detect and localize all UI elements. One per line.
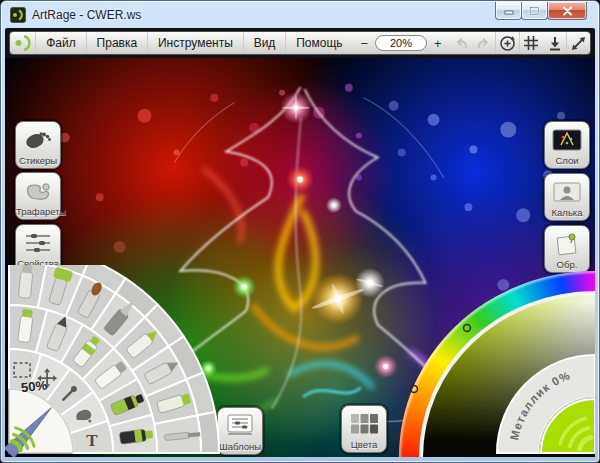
stickers-icon: [16, 126, 60, 154]
minimize-icon: [504, 6, 514, 15]
colors-label: Цвета: [342, 439, 386, 450]
stickers-label: Стикеры: [16, 155, 60, 166]
layers-button[interactable]: Слои: [544, 121, 590, 169]
settings-sliders-icon: [16, 229, 60, 257]
fullscreen-expand-icon: [571, 36, 586, 51]
layers-icon: [545, 126, 589, 154]
export-download-icon: [548, 36, 562, 51]
menu-item-tools[interactable]: Инструменты: [148, 32, 243, 54]
grid-button[interactable]: [520, 32, 543, 54]
tracing-photo-icon: [545, 178, 589, 206]
stencils-label: Трафареты: [16, 206, 60, 217]
zoom-out-button[interactable]: −: [353, 36, 375, 51]
luminance-marker[interactable]: [464, 325, 471, 332]
reference-button[interactable]: Обр.: [544, 225, 590, 273]
tracing-label: Калька: [545, 207, 589, 218]
svg-text:T: T: [86, 431, 98, 450]
text-icon: T: [86, 431, 98, 450]
fullscreen-button[interactable]: [567, 32, 590, 54]
tool-wheel-graphic: T: [5, 265, 220, 457]
canvas-area: Стикеры Трафареты Свойства: [5, 58, 595, 457]
redo-icon: [476, 36, 492, 50]
maximize-button[interactable]: [521, 2, 548, 20]
maximize-icon: [529, 6, 540, 16]
reset-rotation-button[interactable]: [496, 32, 519, 54]
hue-marker[interactable]: [411, 386, 418, 393]
stickers-button[interactable]: Стикеры: [15, 121, 61, 169]
menu-item-edit[interactable]: Правка: [87, 32, 148, 54]
tracing-button[interactable]: Калька: [544, 173, 590, 221]
artrage-window: ArtRage - CWER.ws: [0, 0, 600, 463]
artrage-logo-icon: [10, 32, 35, 54]
window-title: ArtRage - CWER.ws: [32, 8, 141, 22]
menu-item-help[interactable]: Помощь: [286, 32, 352, 54]
menu-bar: Файл Правка Инструменты Вид Помощь − 20%…: [9, 31, 591, 55]
app-icon: [10, 7, 26, 23]
grid-icon: [523, 35, 539, 51]
zoom-in-button[interactable]: +: [427, 36, 449, 51]
menu-item-view[interactable]: Вид: [244, 32, 286, 54]
layers-label: Слои: [545, 155, 589, 166]
tool-size-value[interactable]: 50%: [20, 378, 47, 396]
menu-row: Файл Правка Инструменты Вид Помощь − 20%…: [5, 28, 595, 58]
presets-button[interactable]: Шаблоны: [217, 407, 263, 455]
title-bar[interactable]: ArtRage - CWER.ws: [5, 2, 595, 28]
close-button[interactable]: [547, 2, 587, 20]
menu-item-file[interactable]: Файл: [36, 32, 86, 54]
reference-note-icon: [545, 230, 589, 258]
stencils-button[interactable]: Трафареты: [15, 172, 61, 220]
presets-icon: [218, 412, 262, 440]
reference-label: Обр.: [545, 259, 589, 270]
color-swatches-icon: [342, 410, 386, 438]
color-picker-overlay: Металлик 0%: [399, 271, 595, 457]
presets-label: Шаблоны: [218, 441, 262, 452]
export-button[interactable]: [543, 32, 566, 54]
reset-rotation-icon: [499, 35, 516, 52]
zoom-controls: − 20% +: [353, 32, 448, 54]
color-picker[interactable]: Металлик 0%: [399, 271, 595, 457]
colors-button[interactable]: Цвета: [341, 405, 387, 453]
undo-icon: [453, 36, 469, 50]
tool-picker-wheel[interactable]: T 50%: [5, 265, 220, 457]
redo-button[interactable]: [472, 32, 495, 54]
close-icon: [562, 6, 573, 16]
stencils-icon: [16, 177, 60, 205]
zoom-value-field[interactable]: 20%: [375, 35, 427, 51]
undo-button[interactable]: [449, 32, 472, 54]
minimize-button[interactable]: [495, 2, 522, 20]
